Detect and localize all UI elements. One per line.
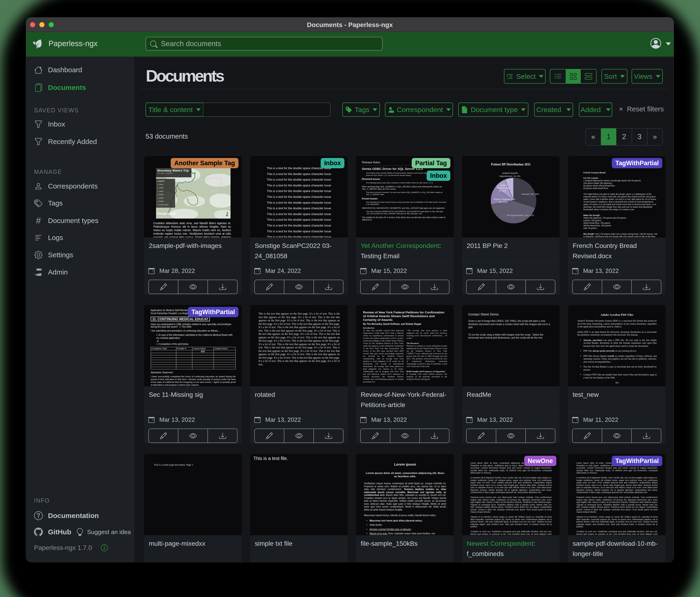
svg-text:44, 9%: 44, 9% [499, 189, 506, 192]
svg-text:Hypertension, 31, 6%: Hypertension, 31, 6% [499, 175, 521, 177]
svg-text:Pre-hypertension, 212, 42%: Pre-hypertension, 212, 42% [507, 214, 534, 216]
svg-text:65, 13%: 65, 13% [499, 200, 507, 203]
svg-text:Normal, 150, 38%: Normal, 150, 38% [522, 193, 540, 195]
svg-text:Stage 1 Hypertension,: Stage 1 Hypertension, [494, 198, 516, 200]
svg-text:Stage 2: Stage 2 [500, 184, 507, 186]
svg-text:Hypertension,: Hypertension, [497, 187, 510, 189]
svg-text:Isolated Systolic: Isolated Systolic [502, 172, 518, 174]
